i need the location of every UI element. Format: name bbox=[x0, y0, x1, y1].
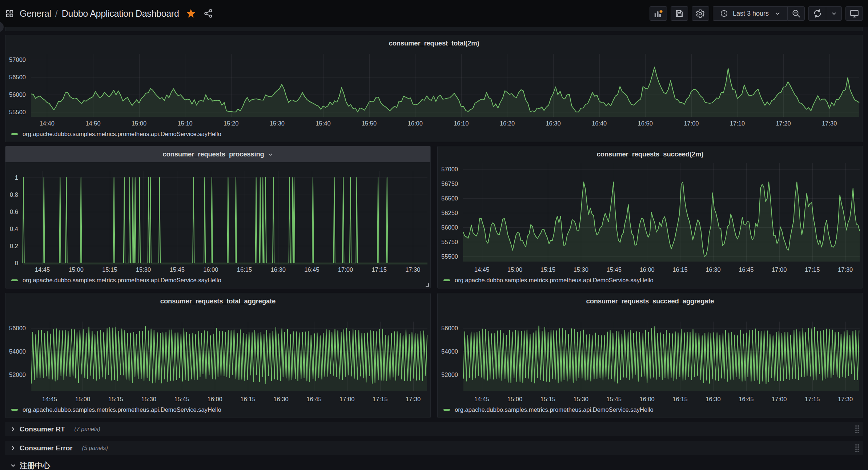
kiosk-mode-button[interactable] bbox=[845, 6, 863, 21]
chart-consumer-request-total[interactable]: 5700056500560005550014:4014:5015:0015:10… bbox=[5, 35, 863, 142]
refresh-group bbox=[808, 6, 842, 21]
refresh-button[interactable] bbox=[808, 6, 826, 21]
x-axis-label: 16:50 bbox=[638, 120, 653, 127]
x-axis-label: 16:15 bbox=[237, 266, 252, 273]
y-axis-label: 56000 bbox=[9, 91, 26, 98]
x-axis-label: 16:45 bbox=[739, 396, 754, 402]
y-axis-label: 52000 bbox=[441, 371, 458, 378]
x-axis-label: 16:15 bbox=[240, 396, 255, 402]
time-range-label: Last 3 hours bbox=[733, 10, 769, 17]
x-axis-label: 16:10 bbox=[454, 120, 469, 127]
series-fill bbox=[31, 67, 859, 117]
y-axis-label: 54000 bbox=[9, 348, 26, 355]
legend-series-swatch bbox=[443, 279, 450, 281]
breadcrumb-separator: / bbox=[55, 8, 58, 19]
x-axis-label: 17:30 bbox=[838, 396, 853, 402]
y-axis-label: 55750 bbox=[441, 239, 458, 245]
panel-consumer-requests-succeed-aggregate: consumer_requests_succeed_aggregate 5600… bbox=[437, 293, 863, 418]
y-axis-label: 0.6 bbox=[10, 208, 18, 215]
clock-icon bbox=[720, 9, 728, 18]
x-axis-label: 15:00 bbox=[75, 396, 90, 402]
x-axis-label: 14:45 bbox=[474, 396, 489, 402]
scrolled-panel-bottom-sliver bbox=[5, 27, 863, 31]
zoom-out-button[interactable] bbox=[787, 6, 805, 21]
x-axis-label: 16:30 bbox=[271, 266, 286, 273]
row-drag-handle[interactable] bbox=[854, 443, 860, 453]
dashboard-settings-button[interactable] bbox=[692, 6, 709, 21]
legend: org.apache.dubbo.samples.metrics.prometh… bbox=[11, 405, 221, 414]
chart-consumer-requests-processing[interactable]: 10.80.60.40.2014:4515:0015:1515:3015:451… bbox=[5, 146, 430, 288]
series-fill bbox=[23, 178, 428, 265]
apps-icon[interactable] bbox=[5, 9, 14, 18]
x-axis-label: 17:00 bbox=[772, 396, 787, 402]
y-axis-label: 57000 bbox=[441, 166, 458, 172]
row-title[interactable]: 注册中心 bbox=[20, 461, 50, 470]
x-axis-label: 16:30 bbox=[546, 120, 560, 127]
row-registry[interactable]: 注册中心 bbox=[5, 458, 863, 470]
series-line bbox=[23, 178, 428, 263]
chart-consumer-requests-succeed-aggregate[interactable]: 56000540005200014:4515:0015:1515:3015:45… bbox=[438, 293, 863, 418]
share-icon[interactable] bbox=[203, 8, 213, 19]
breadcrumb-folder[interactable]: General bbox=[20, 8, 51, 19]
panel-consumer-requests-total-aggregate: consumer_requests_total_aggregate 560005… bbox=[5, 293, 431, 418]
x-axis-label: 16:00 bbox=[203, 266, 218, 273]
row-title[interactable]: Consumer RT bbox=[20, 425, 65, 433]
x-axis-label: 16:15 bbox=[672, 266, 687, 273]
x-axis-label: 17:00 bbox=[338, 266, 353, 273]
x-axis-label: 17:30 bbox=[405, 266, 420, 273]
chevron-down-icon bbox=[775, 11, 781, 17]
x-axis-label: 17:00 bbox=[772, 266, 787, 273]
row-drag-handle[interactable] bbox=[854, 425, 860, 434]
x-axis-label: 15:00 bbox=[132, 120, 146, 127]
row-consumer-error[interactable]: Consumer Error (5 panels) bbox=[5, 441, 863, 455]
x-axis-label: 15:30 bbox=[270, 120, 285, 127]
chart-consumer-requests-succeed[interactable]: 5700056750565005625056000557505550014:45… bbox=[438, 146, 863, 288]
legend-series-swatch bbox=[11, 409, 18, 411]
x-axis-label: 15:30 bbox=[141, 396, 156, 402]
x-axis-label: 16:15 bbox=[672, 396, 687, 402]
x-axis-label: 17:00 bbox=[684, 120, 699, 127]
time-range-button[interactable]: Last 3 hours bbox=[713, 6, 787, 21]
y-axis-label: 0.2 bbox=[10, 243, 18, 249]
y-axis-label: 0.4 bbox=[10, 226, 18, 232]
y-axis-label: 56000 bbox=[441, 224, 458, 231]
x-axis-label: 14:50 bbox=[85, 120, 100, 127]
page-title[interactable]: Dubbo Application Dashboard bbox=[62, 8, 179, 19]
x-axis-label: 15:15 bbox=[541, 266, 555, 273]
y-axis-label: 56500 bbox=[441, 195, 458, 202]
save-dashboard-button[interactable] bbox=[671, 6, 688, 21]
legend-series-label[interactable]: org.apache.dubbo.samples.metrics.prometh… bbox=[455, 277, 654, 284]
x-axis-label: 15:15 bbox=[108, 396, 123, 402]
legend-series-label[interactable]: org.apache.dubbo.samples.metrics.prometh… bbox=[23, 406, 221, 413]
legend-series-label[interactable]: org.apache.dubbo.samples.metrics.prometh… bbox=[455, 406, 654, 413]
legend-series-label[interactable]: org.apache.dubbo.samples.metrics.prometh… bbox=[23, 277, 221, 284]
y-axis-label: 0 bbox=[15, 260, 18, 266]
star-icon[interactable] bbox=[185, 8, 196, 19]
legend-series-label[interactable]: org.apache.dubbo.samples.metrics.prometh… bbox=[23, 131, 221, 138]
panel-consumer-requests-processing: consumer_requests_processing 10.80.60.40… bbox=[5, 146, 431, 288]
x-axis-label: 15:50 bbox=[362, 120, 377, 127]
row-title[interactable]: Consumer Error bbox=[20, 444, 73, 452]
row-panel-count: (5 panels) bbox=[82, 445, 108, 451]
x-axis-label: 17:30 bbox=[822, 120, 837, 127]
x-axis-label: 15:20 bbox=[224, 120, 238, 127]
panel-resize-handle[interactable] bbox=[425, 283, 429, 287]
x-axis-label: 15:00 bbox=[69, 266, 84, 273]
x-axis-label: 14:45 bbox=[474, 266, 489, 273]
x-axis-label: 15:15 bbox=[102, 266, 117, 273]
chevron-right-icon bbox=[10, 426, 16, 433]
x-axis-label: 15:30 bbox=[574, 266, 588, 273]
x-axis-label: 15:40 bbox=[316, 120, 330, 127]
x-axis-label: 15:45 bbox=[170, 266, 185, 273]
add-panel-button[interactable] bbox=[650, 6, 667, 21]
row-consumer-rt[interactable]: Consumer RT (7 panels) bbox=[5, 422, 863, 436]
x-axis-label: 15:45 bbox=[607, 266, 622, 273]
y-axis-label: 56000 bbox=[441, 325, 458, 331]
y-axis-label: 56250 bbox=[441, 210, 458, 216]
y-axis-label: 1 bbox=[15, 174, 18, 181]
x-axis-label: 14:45 bbox=[42, 396, 57, 402]
refresh-interval-dropdown[interactable] bbox=[826, 6, 842, 21]
x-axis-label: 16:00 bbox=[639, 396, 654, 402]
legend: org.apache.dubbo.samples.metrics.prometh… bbox=[443, 405, 654, 414]
chart-consumer-requests-total-aggregate[interactable]: 56000540005200014:4515:0015:1515:3015:45… bbox=[5, 293, 430, 418]
